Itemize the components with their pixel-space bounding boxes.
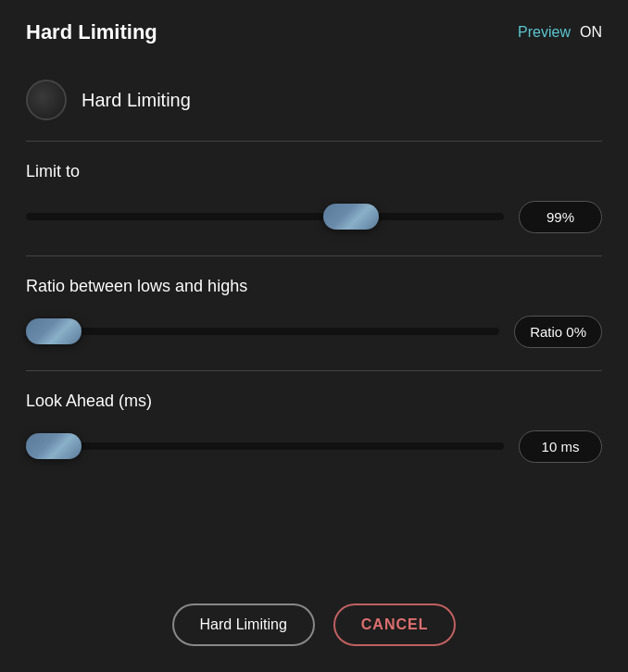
section-ratio-title: Ratio between lows and highs [26, 277, 602, 296]
cancel-button[interactable]: CANCEL [333, 604, 457, 646]
toggle-button[interactable] [26, 80, 67, 120]
toggle-label: Hard Limiting [82, 90, 191, 111]
preview-label[interactable]: Preview [518, 24, 571, 41]
content-area: Hard Limiting Limit to 99% Ratio between… [0, 61, 628, 585]
section-look-ahead-title: Look Ahead (ms) [26, 392, 602, 411]
footer: Hard Limiting CANCEL [0, 585, 628, 672]
toggle-row: Hard Limiting [26, 70, 602, 141]
slider-row-ratio: Ratio 0% [26, 313, 602, 350]
section-look-ahead: Look Ahead (ms) 10 ms [26, 371, 602, 485]
slider-track-bg-1 [26, 213, 504, 220]
value-badge-look-ahead: 10 ms [519, 430, 602, 463]
slider-look-ahead[interactable] [26, 428, 504, 465]
slider-row-look-ahead: 10 ms [26, 428, 602, 465]
header-right: Preview ON [518, 24, 602, 41]
slider-track-bg-2 [26, 328, 499, 335]
slider-thumb-look-ahead[interactable] [26, 433, 82, 459]
slider-thumb-limit-to[interactable] [323, 204, 379, 230]
on-label: ON [580, 24, 602, 41]
value-badge-ratio: Ratio 0% [514, 316, 602, 348]
header: Hard Limiting Preview ON [0, 0, 628, 61]
slider-thumb-ratio[interactable] [26, 318, 82, 344]
section-limit-to: Limit to 99% [26, 142, 602, 255]
value-badge-limit-to: 99% [519, 201, 602, 233]
slider-ratio[interactable] [26, 313, 499, 350]
slider-limit-to[interactable] [26, 198, 504, 235]
slider-track-bg-3 [26, 442, 504, 450]
page-title: Hard Limiting [26, 20, 157, 44]
slider-row-limit-to: 99% [26, 198, 602, 235]
hard-limiting-button[interactable]: Hard Limiting [172, 604, 315, 646]
section-limit-to-title: Limit to [26, 162, 602, 181]
section-ratio: Ratio between lows and highs Ratio 0% [26, 256, 602, 370]
